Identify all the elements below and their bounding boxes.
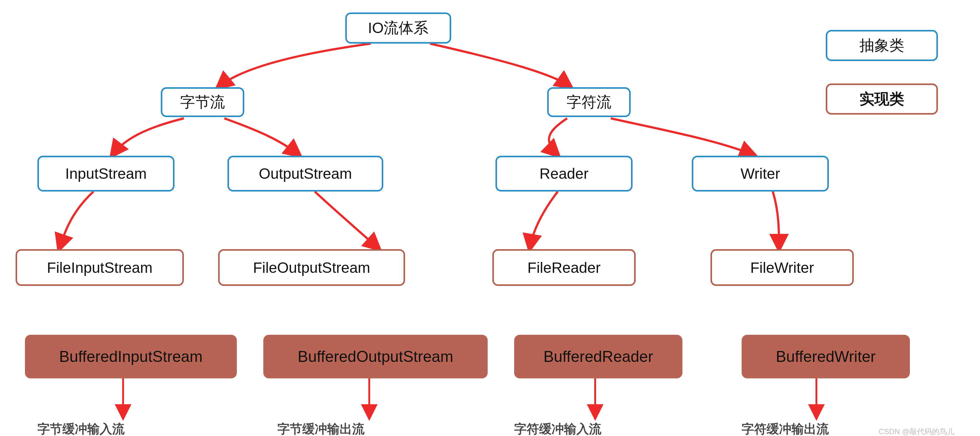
node-byte-stream-label: 字节流 [180, 92, 225, 112]
node-input-stream-label: InputStream [65, 165, 146, 182]
node-output-stream: OutputStream [228, 156, 383, 192]
caption-buffered-reader: 字符缓冲输入流 [514, 420, 601, 436]
node-file-reader: FileReader [492, 249, 636, 286]
node-file-output-stream-label: FileOutputStream [253, 259, 370, 276]
node-file-writer-label: FileWriter [750, 259, 814, 276]
node-buffered-input-stream: BufferedInputStream [25, 335, 237, 378]
caption-buffered-output-stream: 字节缓冲输出流 [277, 420, 364, 436]
node-reader-label: Reader [539, 165, 588, 182]
node-buffered-input-stream-label: BufferedInputStream [59, 347, 202, 366]
node-writer-label: Writer [740, 165, 780, 182]
node-output-stream-label: OutputStream [259, 165, 352, 182]
node-file-input-stream: FileInputStream [16, 249, 184, 286]
node-reader: Reader [495, 156, 633, 192]
watermark: CSDN @敲代码的鸟儿 [879, 426, 955, 436]
node-file-reader-label: FileReader [528, 259, 601, 276]
node-io-root-label: IO流体系 [368, 18, 429, 38]
node-buffered-writer-label: BufferedWriter [776, 347, 876, 366]
node-writer: Writer [692, 156, 829, 192]
node-buffered-reader-label: BufferedReader [543, 347, 653, 366]
node-file-input-stream-label: FileInputStream [47, 259, 153, 276]
node-io-root: IO流体系 [345, 13, 451, 44]
legend-impl: 实现类 [826, 84, 938, 114]
node-buffered-output-stream: BufferedOutputStream [263, 335, 488, 378]
node-char-stream-label: 字符流 [566, 92, 611, 112]
caption-buffered-input-stream: 字节缓冲输入流 [37, 420, 125, 436]
legend-impl-label: 实现类 [859, 89, 904, 109]
node-buffered-output-stream-label: BufferedOutputStream [298, 347, 453, 366]
node-buffered-writer: BufferedWriter [741, 335, 910, 378]
caption-buffered-writer: 字符缓冲输出流 [741, 420, 829, 436]
legend-abstract-label: 抽象类 [859, 35, 904, 55]
node-input-stream: InputStream [37, 156, 175, 192]
node-file-writer: FileWriter [710, 249, 854, 286]
node-file-output-stream: FileOutputStream [218, 249, 405, 286]
node-char-stream: 字符流 [547, 87, 631, 117]
node-byte-stream: 字节流 [161, 87, 244, 117]
node-buffered-reader: BufferedReader [514, 335, 682, 378]
legend-abstract: 抽象类 [826, 30, 938, 61]
